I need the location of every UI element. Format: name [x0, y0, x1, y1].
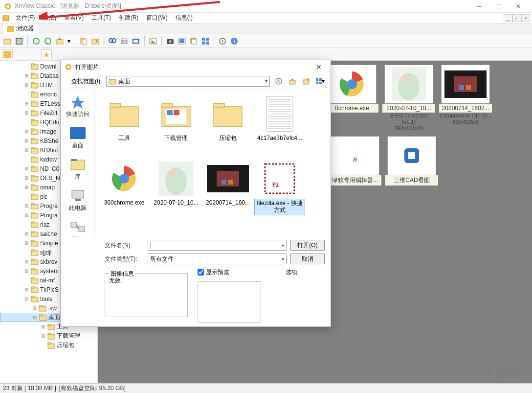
camera-icon[interactable] [165, 36, 176, 46]
file-item[interactable]: 360chrome.exe [99, 159, 150, 222]
copy-icon[interactable] [78, 36, 89, 46]
fullscreen-icon[interactable] [14, 36, 24, 46]
menu-info[interactable]: 信息(I) [172, 13, 197, 23]
svg-rect-30 [206, 42, 209, 45]
svg-rect-9 [56, 40, 63, 44]
file-item[interactable]: 4c17ae3b7efc4... [254, 94, 305, 158]
svg-rect-127 [71, 159, 77, 161]
menu-edit[interactable]: 辑(E) [39, 13, 60, 23]
svg-rect-35 [3, 51, 11, 58]
svg-rect-165 [228, 180, 233, 185]
svg-rect-128 [72, 190, 84, 198]
svg-rect-140 [214, 106, 242, 127]
open-button[interactable]: 打开(O) [290, 240, 325, 251]
svg-rect-6 [17, 39, 21, 43]
file-item[interactable]: 压缩包 [202, 94, 253, 158]
refresh-icon[interactable] [31, 36, 42, 46]
tree-node[interactable]: 压缩包 [0, 341, 97, 350]
svg-rect-80 [31, 259, 34, 260]
file-item[interactable]: 下载管理 [151, 94, 201, 158]
back-icon[interactable] [274, 76, 284, 86]
svg-rect-134 [110, 103, 121, 107]
svg-rect-52 [31, 129, 34, 130]
svg-point-117 [276, 78, 282, 84]
file-item[interactable]: 工具 [99, 94, 150, 158]
nav-dropdown[interactable]: ▾ [66, 36, 72, 46]
dialog-close-button[interactable]: ✕ [311, 61, 327, 73]
fav-icon[interactable] [41, 49, 52, 59]
nav-up-icon[interactable] [54, 36, 65, 46]
thumbnail-item[interactable]: R绿软专用编辑器... [329, 136, 381, 204]
svg-rect-48 [31, 110, 34, 112]
stack-icon[interactable] [188, 36, 199, 46]
svg-rect-78 [31, 250, 34, 251]
maximize-button[interactable]: ☐ [489, 0, 509, 12]
mdi-close[interactable]: × [521, 14, 530, 22]
svg-point-161 [169, 169, 177, 177]
file-item[interactable]: 2020-07-10_10... [151, 159, 201, 222]
menu-tools[interactable]: 工具(T) [88, 13, 114, 23]
svg-rect-96 [48, 333, 51, 335]
thumbnail-item[interactable]: 三维CAD看图 [385, 136, 438, 204]
places-quick[interactable]: 快速访问 [66, 95, 89, 118]
svg-point-115 [67, 66, 70, 69]
move-icon[interactable] [90, 36, 101, 46]
viewmode-icon[interactable]: ▾ [315, 76, 325, 86]
grid-icon[interactable] [200, 36, 211, 46]
up-icon[interactable] [288, 76, 297, 86]
tab-strip: 浏览器 [0, 23, 532, 34]
tab-label: 浏览器 [16, 24, 34, 33]
mdi-min[interactable]: _ [504, 14, 512, 22]
tab-browser[interactable]: 浏览器 [2, 23, 39, 34]
tree-node[interactable]: ⊞下载管理 [0, 331, 97, 341]
mdi-max[interactable]: □ [512, 14, 521, 22]
file-list[interactable]: 工具下载管理压缩包4c17ae3b7efc4...360chrome.exe20… [95, 90, 331, 237]
refresh2-icon[interactable] [43, 36, 53, 46]
places-lib[interactable]: 库 [69, 158, 87, 181]
lookin-label: 查找范围(I): [71, 77, 102, 86]
thumbnail-item[interactable]: 20200714_1602...Compuserve GIF (V...898x… [439, 65, 492, 132]
menu-window[interactable]: 窗口(W) [142, 13, 171, 23]
svg-rect-26 [192, 39, 197, 44]
newfolder-icon[interactable] [301, 76, 311, 86]
svg-rect-92 [40, 315, 43, 316]
svg-rect-38 [31, 64, 34, 65]
settings-icon[interactable] [217, 36, 228, 46]
svg-rect-18 [133, 40, 138, 43]
menu-view[interactable]: 查看(V) [60, 13, 88, 23]
print-icon[interactable] [119, 36, 130, 46]
places-net[interactable]: 网络 [69, 220, 87, 237]
svg-text:Fz: Fz [272, 182, 279, 188]
svg-rect-16 [122, 38, 126, 41]
minimize-button[interactable]: ─ [469, 0, 489, 12]
filetype-combo[interactable]: 所有文件▾ [148, 254, 287, 264]
file-item[interactable]: Fzfilezilla.exe - 快捷方式 [254, 159, 305, 222]
svg-rect-133 [110, 106, 138, 127]
thumbnail-item[interactable]: 0chrome.exe [326, 65, 378, 132]
svg-rect-139 [174, 110, 179, 115]
menubar: 文件(F) 辑(E) 查看(V) 工具(T) 创建(R) 窗口(W) 信息(I)… [0, 13, 532, 23]
scan-icon[interactable] [177, 36, 187, 46]
filename-input[interactable]: ▾ [148, 240, 287, 251]
svg-rect-3 [7, 26, 14, 32]
tree-toggle-icon[interactable] [2, 49, 13, 59]
search-icon[interactable] [107, 36, 118, 46]
menu-file[interactable]: 文件(F) [12, 13, 39, 23]
cancel-button[interactable]: 取消 [290, 254, 325, 264]
file-item[interactable]: 20200714_160... [202, 159, 253, 222]
places-thispc[interactable]: 此电脑 [69, 189, 87, 212]
info-icon[interactable]: i [229, 36, 240, 46]
menu-create[interactable]: 创建(R) [115, 13, 143, 23]
close-button[interactable]: ✕ [509, 0, 528, 12]
svg-rect-58 [31, 157, 34, 158]
svg-text:i: i [233, 38, 235, 45]
slideshow-icon[interactable] [131, 36, 141, 46]
options-button[interactable]: 选项 [286, 268, 320, 277]
lookin-combo[interactable]: 桌面 ▾ [106, 76, 270, 87]
thumbnail-item[interactable]: 2020-07-10_10...JPEG TrueColor (v1.1)393… [382, 65, 435, 132]
show-preview-check[interactable]: 显示预览 [198, 268, 229, 277]
open-icon[interactable] [2, 36, 13, 46]
dialog-title: 打开图片 [75, 63, 311, 71]
places-desktop[interactable]: 桌面 [69, 126, 87, 150]
image-icon[interactable] [148, 36, 158, 46]
